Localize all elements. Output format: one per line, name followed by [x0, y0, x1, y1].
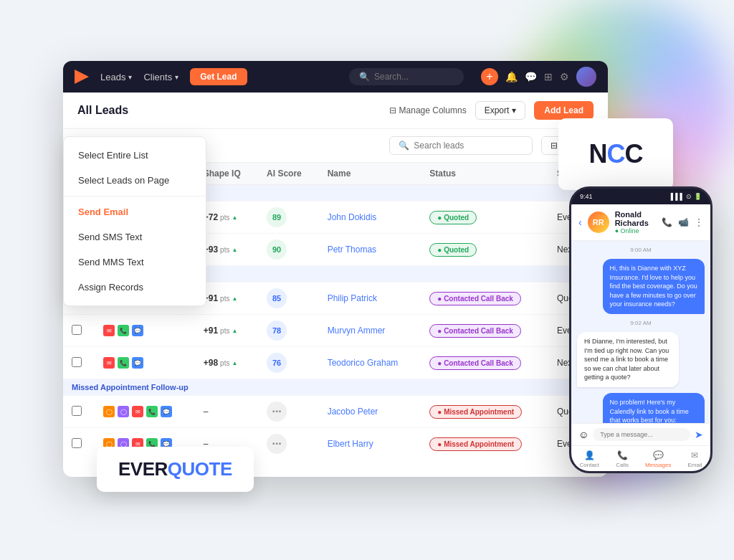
score-circle: 90 [267, 239, 287, 260]
phone-input-bar: ☺ ➤ [571, 423, 710, 445]
lead-name[interactable]: Philip Patrick [328, 293, 377, 303]
contact-icons: ◯ ◯ ✉ 📞 💬 [103, 406, 186, 417]
phone-messages: 9:00 AM Hi, this is Dianne with XYZ Insu… [571, 241, 710, 423]
phone-contact-avatar: RR [588, 212, 609, 233]
msg-bubble-received-1: Hi Dianne, I'm interested, but I'm tied … [577, 332, 679, 387]
pts-arrow-icon: ▲ [232, 360, 237, 366]
phone-bottom-nav: 👤 Contact 📞 Calls 💬 Messages ✉ Email [571, 445, 710, 473]
status-badge: ● Contacted Call Back [429, 324, 521, 338]
lead-name[interactable]: Jacobo Peter [328, 407, 378, 417]
phone-video-icon[interactable]: 📹 [678, 217, 689, 227]
sub-header: All Leads ⊟ Manage Columns Export ▾ Add … [63, 92, 608, 129]
leads-search-input[interactable] [414, 141, 523, 151]
lead-name[interactable]: Teodorico Graham [328, 358, 399, 368]
email-icon[interactable]: ✉ [132, 406, 143, 417]
email-icon[interactable]: ✉ [103, 357, 115, 369]
lead-name[interactable]: Petr Thomas [328, 245, 376, 255]
logo-icon [75, 70, 89, 84]
dropdown-assign-records[interactable]: Assign Records [64, 275, 206, 300]
settings-icon[interactable]: ⚙ [560, 71, 569, 82]
status-badge: ● Quoted [429, 243, 477, 257]
phone-icon[interactable]: 📞 [146, 406, 158, 417]
pts-container: +72 pts ▲ [204, 212, 249, 222]
row-checkbox[interactable] [72, 325, 82, 335]
phone-icon[interactable]: 📞 [118, 325, 129, 336]
calls-nav-icon: 📞 [617, 450, 628, 460]
phone-header: ‹ RR Ronald Richards ● Online 📞 📹 ⋮ [571, 204, 710, 241]
dropdown-select-entire-list[interactable]: Select Entire List [64, 143, 206, 168]
col-name: Name [319, 163, 421, 185]
clients-chevron-icon: ▾ [175, 73, 178, 81]
ncc-logo-card: NCC [558, 118, 673, 190]
columns-icon: ⊟ [389, 105, 396, 115]
phone-call-icon[interactable]: 📞 [662, 217, 672, 227]
icon-purple[interactable]: ◯ [118, 406, 129, 417]
phone-nav-contact[interactable]: 👤 Contact [580, 450, 600, 468]
icon-orange[interactable]: ◯ [103, 406, 115, 417]
col-status: Status [421, 163, 548, 185]
avatar[interactable] [576, 67, 596, 87]
phone-contact-info: Ronald Richards ● Online [615, 210, 656, 234]
msg-bubble-sent-1: Hi, this is Dianne with XYZ Insurance. I… [603, 259, 705, 314]
chat-icon[interactable]: 💬 [525, 71, 537, 82]
status-badge: ● Missed Appointment [429, 437, 522, 451]
search-input[interactable] [374, 72, 454, 82]
dropdown-select-leads-on-page[interactable]: Select Leads on Page [64, 168, 206, 193]
table-row: ◯ ◯ ✉ 📞 💬 – ··· Jacobo Peter ● Missed Ap… [63, 396, 608, 428]
pts-arrow-icon: ▲ [232, 328, 237, 334]
phone-send-icon[interactable]: ➤ [695, 429, 703, 440]
grid-icon[interactable]: ⊞ [544, 71, 553, 82]
pts-container: +91 pts ▲ [204, 326, 249, 336]
table-row: ✉ 📞 💬 +98 pts ▲ 76 Teodorico Graham [63, 347, 608, 379]
dropdown-divider [64, 196, 206, 196]
sms-icon[interactable]: 💬 [161, 406, 172, 417]
leads-search-bar[interactable]: 🔍 [389, 136, 533, 155]
notification-icon[interactable]: 🔔 [505, 71, 518, 82]
get-lead-button[interactable]: Get Lead [190, 68, 247, 85]
col-ai-score: AI Score [258, 163, 319, 185]
emoji-icon[interactable]: ☺ [578, 429, 588, 440]
dropdown-send-mms[interactable]: Send MMS Text [64, 250, 206, 275]
msg-bubble-sent-2: No problem! Here's my Calendly link to b… [603, 393, 705, 423]
row-checkbox[interactable] [72, 438, 82, 448]
everquote-text: EVERQUOTE [118, 458, 232, 480]
phone-nav-calls[interactable]: 📞 Calls [616, 450, 629, 468]
nav-icons-group: + 🔔 💬 ⊞ ⚙ [481, 67, 596, 87]
lead-name[interactable]: Murvyn Ammer [328, 326, 386, 336]
phone-time: 9:41 [580, 193, 593, 200]
nav-search-bar[interactable]: 🔍 [349, 68, 464, 85]
lead-name[interactable]: Elbert Harry [328, 439, 373, 449]
header-actions: ⊟ Manage Columns Export ▾ Add Lead [389, 101, 594, 120]
lead-name[interactable]: John Dokidis [328, 212, 377, 222]
score-circle: ··· [267, 434, 287, 454]
row-checkbox[interactable] [72, 406, 82, 416]
phone-contact-status: ● Online [615, 227, 656, 234]
pts-arrow-icon: ▲ [232, 214, 237, 221]
phone-contact-name: Ronald Richards [615, 210, 656, 227]
phone-more-icon[interactable]: ⋮ [695, 217, 703, 227]
email-icon[interactable]: ✉ [103, 325, 115, 336]
phone-back-icon[interactable]: ‹ [578, 217, 582, 228]
score-circle: 89 [267, 207, 287, 227]
dropdown-send-email[interactable]: Send Email [64, 199, 206, 224]
dropdown-send-sms[interactable]: Send SMS Text [64, 224, 206, 250]
phone-icon[interactable]: 📞 [118, 357, 129, 369]
contact-icons: ✉ 📞 💬 [103, 325, 186, 336]
score-circle: ··· [267, 402, 287, 422]
add-button[interactable]: + [481, 68, 498, 85]
phone-message-input[interactable] [593, 428, 690, 441]
nav-leads[interactable]: Leads ▾ [100, 72, 132, 82]
phone-nav-messages[interactable]: 💬 Messages [645, 450, 671, 468]
sms-icon[interactable]: 💬 [132, 357, 143, 369]
nav-clients[interactable]: Clients ▾ [143, 72, 178, 82]
leads-search-icon: 🔍 [399, 141, 409, 151]
status-badge: ● Contacted Call Back [429, 292, 521, 305]
sms-icon[interactable]: 💬 [132, 325, 143, 336]
add-lead-button[interactable]: Add Lead [534, 101, 594, 120]
row-checkbox[interactable] [72, 357, 82, 367]
export-button[interactable]: Export ▾ [475, 101, 526, 120]
manage-columns-button[interactable]: ⊟ Manage Columns [389, 105, 467, 115]
phone-nav-email[interactable]: ✉ Email [687, 450, 702, 468]
status-badge: ● Quoted [429, 211, 477, 224]
phone-mockup: 9:41 ▌▌▌ ⊙ 🔋 ‹ RR Ronald Richards ● Onli… [569, 186, 712, 473]
